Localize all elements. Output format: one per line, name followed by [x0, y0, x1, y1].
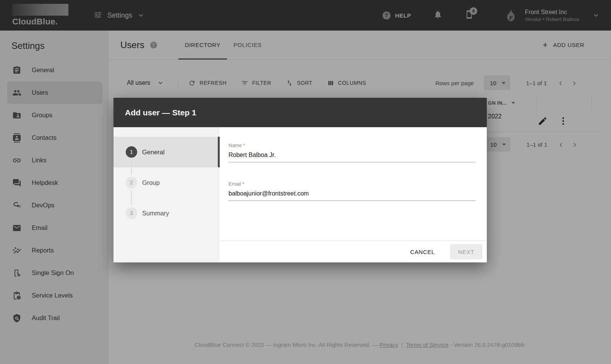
dialog-body: 1 General 2 Group 3 Summary Name * Email…	[113, 127, 487, 262]
wizard-step-summary[interactable]: 3 Summary	[113, 198, 220, 228]
step-label: General	[142, 149, 165, 156]
email-field-group: Email *	[229, 181, 475, 201]
name-field-group: Name *	[229, 142, 475, 162]
wizard-steps: 1 General 2 Group 3 Summary	[113, 127, 220, 262]
name-field-label: Name *	[229, 142, 475, 148]
next-button[interactable]: NEXT	[450, 244, 482, 259]
step-number-badge: 2	[126, 177, 137, 188]
email-field-label: Email *	[229, 181, 475, 187]
step-number-badge: 3	[126, 207, 137, 219]
wizard-step-group[interactable]: 2 Group	[113, 167, 220, 198]
add-user-form: Name * Email *	[220, 127, 487, 241]
cancel-button[interactable]: CANCEL	[404, 244, 442, 259]
add-user-dialog: Add user — Step 1 1 General 2 Group 3 Su…	[113, 98, 487, 262]
name-field[interactable]	[229, 150, 475, 162]
dialog-footer: CANCEL NEXT	[220, 241, 487, 262]
dialog-title: Add user — Step 1	[113, 98, 487, 127]
step-number-badge: 1	[126, 146, 137, 158]
dialog-form-pane: Name * Email * CANCEL NEXT	[220, 127, 487, 262]
step-label: Summary	[142, 210, 169, 217]
email-field[interactable]	[229, 189, 475, 201]
step-label: Group	[142, 179, 160, 186]
wizard-step-general[interactable]: 1 General	[113, 137, 220, 167]
